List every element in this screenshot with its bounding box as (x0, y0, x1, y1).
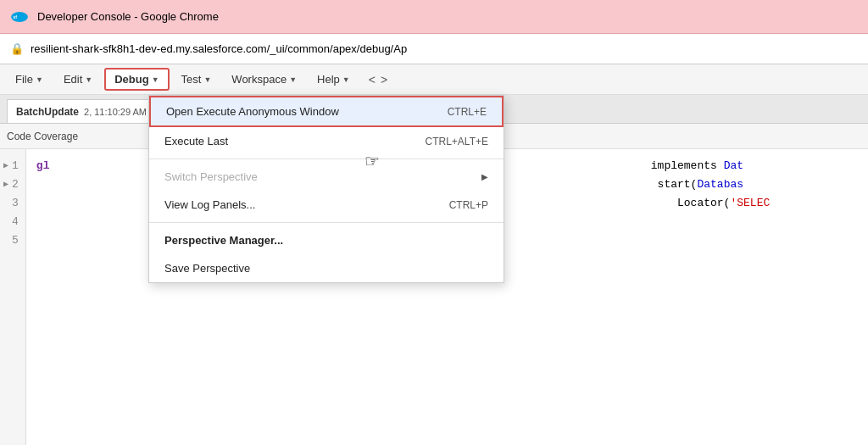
menu-debug-label: Debug (114, 73, 148, 86)
line-2-num: ▶ 2 (3, 175, 22, 193)
menu-item-perspective-manager[interactable]: Perspective Manager... (149, 226, 504, 254)
code-coverage-label: Code Coverage (7, 131, 78, 142)
menu-test[interactable]: Test ▼ (173, 70, 220, 89)
svg-text:sf: sf (13, 14, 17, 19)
menu-item-switch-perspective[interactable]: Switch Perspective ▶ (149, 163, 504, 191)
view-log-panels-label: View Log Panels... (164, 198, 255, 211)
menu-edit-label: Edit (64, 73, 82, 86)
code-editor[interactable]: gl (26, 149, 60, 445)
view-log-panels-shortcut: CTRL+P (449, 199, 488, 211)
menu-item-view-log-panels[interactable]: View Log Panels... CTRL+P (149, 191, 504, 219)
editor-tab-batchupdate[interactable]: BatchUpdate 2, 11:10:29 AM × (7, 99, 166, 123)
perspective-manager-label: Perspective Manager... (164, 234, 283, 247)
title-bar: sf Developer Console - Google Chrome (0, 0, 868, 34)
code-line-4 (36, 212, 50, 231)
menu-item-open-execute[interactable]: Open Execute Anonymous Window CTRL+E (149, 96, 504, 127)
code-line-1: gl (36, 156, 50, 175)
test-caret: ▼ (203, 75, 211, 84)
line-1-num: ▶ 1 (3, 156, 22, 175)
code-right-panel: implements Dat start(Databas Locator('SE… (644, 156, 770, 212)
switch-perspective-label: Switch Perspective (164, 170, 258, 183)
menu-workspace-label: Workspace (231, 73, 287, 86)
divider-1 (149, 159, 504, 159)
workspace-caret: ▼ (289, 75, 297, 84)
code-right-3: Locator('SELEC (644, 193, 770, 212)
nav-arrows: < > (369, 73, 387, 86)
execute-last-label: Execute Last (164, 135, 228, 147)
debug-caret: ▼ (152, 75, 159, 84)
menu-workspace[interactable]: Workspace ▼ (223, 70, 305, 89)
line-3-num: 3 (3, 193, 22, 212)
menu-item-save-perspective[interactable]: Save Perspective (149, 254, 504, 282)
arrow-1: ▶ (3, 160, 8, 170)
save-perspective-label: Save Perspective (164, 262, 250, 275)
code-line-3 (36, 193, 50, 212)
lock-icon: 🔒 (10, 42, 24, 55)
debug-dropdown-menu: Open Execute Anonymous Window CTRL+E Exe… (148, 95, 504, 283)
file-caret: ▼ (36, 75, 43, 84)
execute-last-shortcut: CTRL+ALT+E (426, 136, 488, 147)
nav-back[interactable]: < (369, 73, 376, 86)
menu-bar: File ▼ Edit ▼ Debug ▼ Test ▼ Workspace ▼… (0, 64, 868, 95)
menu-help-label: Help (317, 73, 340, 86)
line-4-num: 4 (3, 212, 22, 231)
tab-label: BatchUpdate (16, 106, 79, 118)
help-caret: ▼ (342, 75, 350, 84)
edit-caret: ▼ (85, 75, 92, 84)
arrow-2: ▶ (3, 179, 8, 189)
menu-debug[interactable]: Debug ▼ (104, 68, 169, 91)
menu-test-label: Test (181, 73, 202, 86)
code-right-1: implements Dat (644, 156, 770, 175)
code-line-5 (36, 231, 50, 249)
address-bar: 🔒 resilient-shark-sfk8h1-dev-ed.my.sales… (0, 34, 868, 64)
open-execute-shortcut: CTRL+E (448, 106, 487, 118)
tab-timestamp: 2, 11:10:29 AM (84, 107, 147, 117)
title-text: Developer Console - Google Chrome (37, 10, 219, 23)
submenu-arrow-icon: ▶ (481, 172, 488, 181)
code-line-2 (36, 175, 50, 193)
line-numbers: ▶ 1 ▶ 2 3 4 5 (0, 149, 26, 445)
nav-forward[interactable]: > (381, 73, 387, 86)
menu-item-execute-last[interactable]: Execute Last CTRL+ALT+E (149, 127, 504, 155)
menu-edit[interactable]: Edit ▼ (55, 70, 101, 89)
menu-file[interactable]: File ▼ (7, 70, 52, 89)
salesforce-logo: sf (10, 8, 29, 26)
url-display: resilient-shark-sfk8h1-dev-ed.my.salesfo… (31, 42, 407, 55)
code-right-2: start(Databas (644, 175, 770, 193)
open-execute-label: Open Execute Anonymous Window (166, 105, 339, 118)
menu-help[interactable]: Help ▼ (309, 70, 359, 89)
divider-2 (149, 222, 504, 223)
line-5-num: 5 (3, 231, 22, 249)
menu-file-label: File (15, 73, 33, 86)
